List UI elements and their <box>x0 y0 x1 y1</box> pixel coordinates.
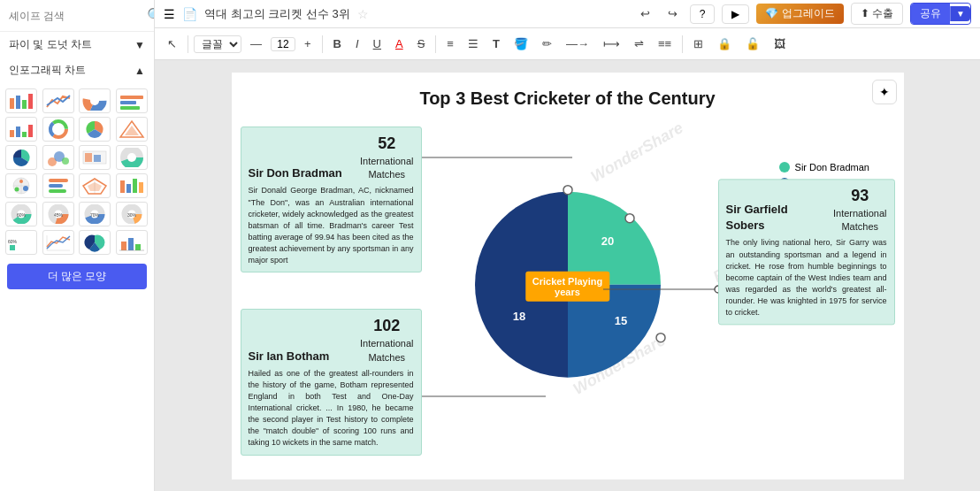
svg-rect-7 <box>120 96 143 99</box>
underline-button[interactable]: U <box>368 35 387 52</box>
pie-chart-svg: 20 15 18 <box>466 182 670 386</box>
lock-button[interactable]: 🔒 <box>712 35 737 52</box>
redo-button[interactable]: ↪ <box>662 5 683 22</box>
chart-thumb-19[interactable]: 70% <box>79 202 111 226</box>
canvas-inner: ✦ WonderShare EdrawMax WonderShare Edraw… <box>232 73 904 479</box>
chart-thumb-13[interactable] <box>5 173 37 198</box>
search-input[interactable] <box>9 10 142 22</box>
sobers-count: 93 <box>833 185 887 207</box>
svg-rect-25 <box>94 155 101 162</box>
chart-thumb-11[interactable] <box>79 145 111 170</box>
svg-rect-67 <box>135 244 141 250</box>
svg-point-69 <box>625 213 634 222</box>
svg-point-22 <box>62 157 69 165</box>
chart-thumb-22[interactable] <box>42 230 74 255</box>
bradman-count: 52 <box>360 133 414 155</box>
undo-button[interactable]: ↩ <box>635 5 655 22</box>
ai-button[interactable]: ✦ <box>872 80 897 104</box>
svg-text:45%: 45% <box>53 212 63 218</box>
chart-thumb-17[interactable]: 60% <box>5 202 37 226</box>
bold-button[interactable]: B <box>328 35 347 52</box>
font-select[interactable]: 글꼴 <box>194 35 241 53</box>
chart-thumb-21[interactable]: 60% <box>5 230 37 255</box>
svg-point-32 <box>23 186 28 191</box>
font-size-input[interactable] <box>271 37 295 51</box>
svg-rect-8 <box>120 101 136 104</box>
svg-rect-40 <box>120 180 125 193</box>
main-area: ☰ 📄 역대 최고의 크리켓 선수 3위 ☆ ↩ ↪ ? ▶ 💎 업그레이드 ⬆… <box>155 0 980 491</box>
chart-thumb-2[interactable] <box>42 88 74 113</box>
text-button[interactable]: T <box>487 35 505 52</box>
align-center-button[interactable]: ☰ <box>463 35 484 52</box>
export-button[interactable]: ⬆ 수출 <box>851 3 903 25</box>
sidebar-search-bar[interactable]: 🔍 <box>0 0 154 32</box>
line-button[interactable]: —→ <box>561 35 594 52</box>
chart-thumb-8[interactable] <box>116 117 148 142</box>
chart-thumb-23[interactable] <box>79 230 111 255</box>
help-button[interactable]: ? <box>690 4 716 24</box>
play-button[interactable]: ▶ <box>722 4 749 24</box>
color-fill-button[interactable]: 🪣 <box>509 35 533 52</box>
chart-thumb-12[interactable] <box>116 145 148 170</box>
font-size-plus[interactable]: + <box>299 35 317 52</box>
svg-text:15: 15 <box>614 313 626 326</box>
legend-label-bradman: Sir Don Bradman <box>795 162 869 173</box>
svg-rect-65 <box>121 242 126 250</box>
chart-thumb-16[interactable] <box>116 173 148 198</box>
svg-marker-39 <box>88 182 102 191</box>
sidebar-section-infographic[interactable]: 인포그래픽 차트 ▲ <box>0 58 154 83</box>
chart-thumb-18[interactable]: 45% <box>42 202 74 226</box>
chart-thumb-4[interactable] <box>116 88 148 113</box>
svg-rect-24 <box>85 153 92 162</box>
chart-thumb-10[interactable] <box>42 145 74 170</box>
menu-icon[interactable]: ☰ <box>164 7 175 21</box>
chart-thumb-15[interactable] <box>79 173 111 198</box>
svg-rect-3 <box>28 94 33 109</box>
svg-point-70 <box>563 185 572 194</box>
share-button[interactable]: 공유 <box>911 4 950 24</box>
line-style-button[interactable]: ≡≡ <box>653 35 677 52</box>
svg-rect-42 <box>133 179 137 193</box>
svg-rect-60 <box>10 245 15 250</box>
strikethrough-button[interactable]: S <box>412 35 431 52</box>
star-icon[interactable]: ☆ <box>357 7 369 21</box>
info-box-bradman: Sir Don Bradman 52 International Matches… <box>241 127 422 272</box>
crop-button[interactable]: ⊞ <box>688 35 708 52</box>
chart-thumb-3[interactable] <box>79 88 111 113</box>
chart-thumb-7[interactable] <box>79 117 111 142</box>
chart-thumb-6[interactable] <box>42 117 74 142</box>
share-arrow-button[interactable]: ▼ <box>950 6 970 21</box>
chart-thumb-1[interactable] <box>5 88 37 113</box>
connector-button[interactable]: ⟼ <box>598 35 625 52</box>
svg-rect-2 <box>22 100 27 109</box>
canvas[interactable]: ✦ WonderShare EdrawMax WonderShare Edraw… <box>155 60 980 491</box>
font-color-button[interactable]: A <box>390 35 409 52</box>
unlock-button[interactable]: 🔓 <box>740 35 765 52</box>
bradman-name: Sir Don Bradman <box>249 165 342 181</box>
chart-thumb-5[interactable] <box>5 117 37 142</box>
sidebar-section-pie[interactable]: 파이 및 도넛 차트 ▼ <box>0 32 154 58</box>
toolbar-divider-2 <box>322 35 323 53</box>
align-left-button[interactable]: ≡ <box>441 35 459 52</box>
font-size-minus[interactable]: — <box>245 35 267 52</box>
svg-rect-43 <box>139 182 143 193</box>
toolbar-divider-3 <box>435 35 436 53</box>
chart-thumb-9[interactable] <box>5 145 37 170</box>
svg-text:20: 20 <box>601 234 613 247</box>
upgrade-button[interactable]: 💎 업그레이드 <box>756 4 843 24</box>
more-shapes-button[interactable]: 더 많은 모양 <box>7 264 147 289</box>
image-button[interactable]: 🖼 <box>769 35 791 52</box>
botham-description: Hailed as one of the greatest all-rounde… <box>249 368 414 449</box>
chevron-up-icon: ▲ <box>134 65 145 77</box>
italic-button[interactable]: I <box>350 35 364 52</box>
select-tool[interactable]: ↖ <box>162 35 182 52</box>
waypoint-button[interactable]: ⇌ <box>629 35 649 52</box>
svg-rect-10 <box>10 130 14 137</box>
bradman-matches-sub: Matches <box>360 168 414 181</box>
svg-text:60%: 60% <box>8 239 18 244</box>
chart-thumb-24[interactable] <box>116 230 148 255</box>
chart-thumb-20[interactable]: 30% <box>116 202 148 226</box>
pen-button[interactable]: ✏ <box>537 35 557 52</box>
svg-text:70%: 70% <box>90 212 100 218</box>
chart-thumb-14[interactable] <box>42 173 74 198</box>
